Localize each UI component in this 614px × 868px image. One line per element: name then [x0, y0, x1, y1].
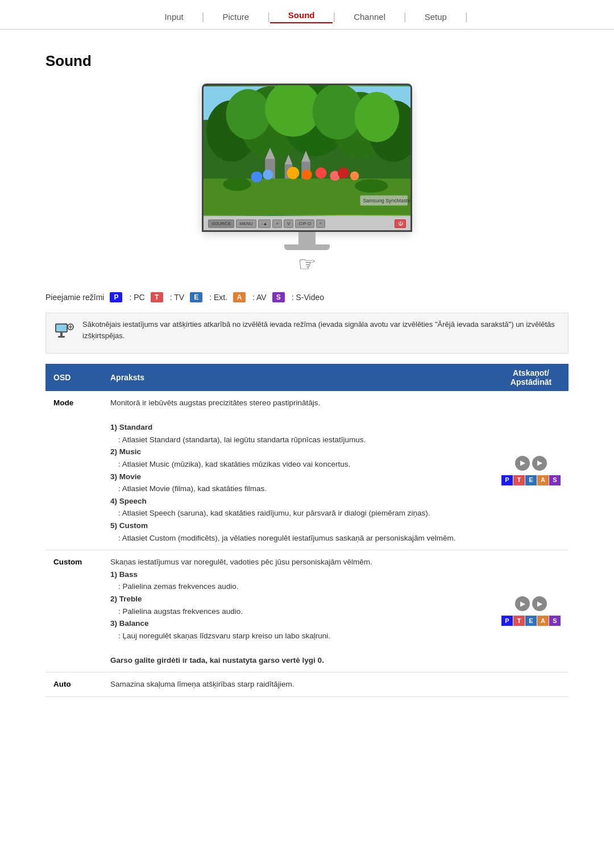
svg-rect-31: [56, 325, 67, 331]
svg-point-19: [263, 169, 273, 180]
pteas-a: A: [537, 475, 549, 485]
pteas-letters-mode: P T E A S: [501, 475, 561, 485]
osd-mode: Mode: [45, 391, 102, 550]
monitor-source-btn[interactable]: SOURCE: [208, 219, 234, 228]
play-icon-1: ▶: [515, 456, 530, 471]
custom-warning: Garso galite girdėti ir tada, kai nustat…: [110, 656, 324, 665]
table-header-row: OSD Apraksts Atskaņot/ Apstādināt: [45, 364, 569, 391]
nav-item-setup[interactable]: Setup: [406, 12, 465, 22]
monitor-plus-btn[interactable]: +: [272, 219, 282, 228]
table-row: Auto Samazina skaļuma līmeņa atšķirības …: [45, 672, 569, 697]
desc-auto: Samazina skaļuma līmeņa atšķirības starp…: [102, 672, 493, 697]
col-header-action: Atskaņot/ Apstādināt: [493, 364, 569, 391]
svg-point-18: [251, 171, 263, 182]
svg-point-25: [350, 171, 359, 180]
nav-label-setup[interactable]: Setup: [406, 12, 465, 22]
col-header-desc: Apraksts: [102, 364, 493, 391]
monitor-cpo-btn[interactable]: C/P:O: [295, 219, 314, 228]
features-table: OSD Apraksts Atskaņot/ Apstādināt Mode M…: [45, 364, 569, 697]
desc-mode: Monitorā ir iebūvēts augstas precizitāte…: [102, 391, 493, 550]
svg-point-27: [355, 179, 388, 193]
svg-point-20: [287, 167, 300, 180]
badge-tv-label: : TV: [170, 293, 184, 302]
badge-svideo: S: [272, 292, 285, 302]
garden-scene: Samsung SyncMaster: [204, 85, 410, 216]
badge-av-label: : AV: [252, 293, 267, 302]
monitor-frame: Samsung SyncMaster SOURCE MENU -▲ + V C/…: [202, 84, 412, 232]
pteas-t-custom: T: [513, 616, 525, 626]
top-navigation: Input | Picture | Sound | Channel | Setu…: [0, 0, 614, 30]
monitor-power-btn[interactable]: ⏻: [395, 219, 406, 228]
svg-rect-32: [60, 333, 63, 336]
nav-item-sound[interactable]: Sound: [270, 10, 333, 23]
stand-base: [284, 244, 330, 250]
pteas-s-custom: S: [549, 616, 561, 626]
source-line: Pieejamie režīmi P: PC T: TV E: Ext. A: …: [45, 292, 569, 302]
pteas-mode: ▶ ▶ P T E A S: [501, 456, 561, 485]
play-icon-2: ▶: [532, 456, 547, 471]
action-mode: ▶ ▶ P T E A S: [493, 391, 569, 550]
pteas-letters-custom: P T E A S: [501, 616, 561, 626]
svg-point-7: [226, 89, 271, 140]
svg-point-21: [302, 169, 312, 180]
osd-custom: Custom: [45, 550, 102, 672]
play-icons-custom: ▶ ▶: [515, 596, 547, 611]
svg-point-26: [223, 177, 251, 191]
badge-ext: E: [190, 292, 202, 302]
page-title: Sound: [45, 52, 569, 70]
svg-point-10: [355, 92, 400, 143]
stand-neck: [298, 232, 316, 244]
nav-item-picture[interactable]: Picture: [204, 12, 267, 22]
play-icon-custom-2: ▶: [532, 596, 547, 611]
play-icons-mode: ▶ ▶: [515, 456, 547, 471]
action-custom: ▶ ▶ P T E A S: [493, 550, 569, 672]
badge-tv: T: [151, 292, 163, 302]
badge-svideo-label: : S-Video: [292, 293, 324, 302]
pteas-s: S: [549, 475, 561, 485]
nav-item-channel[interactable]: Channel: [335, 12, 404, 22]
nav-item-input[interactable]: Input: [146, 12, 201, 22]
svg-point-22: [316, 168, 327, 179]
nav-label-sound[interactable]: Sound: [270, 10, 333, 23]
play-icon-custom-1: ▶: [515, 596, 530, 611]
hand-pointer-icon: ☞: [298, 252, 316, 276]
nav-label-picture[interactable]: Picture: [204, 12, 267, 22]
pteas-custom: ▶ ▶ P T E A S: [501, 596, 561, 626]
pteas-p-custom: P: [501, 616, 513, 626]
col-header-osd: OSD: [45, 364, 102, 391]
action-auto: [493, 672, 569, 697]
svg-rect-33: [58, 336, 65, 338]
svg-point-24: [338, 168, 349, 179]
monitor-stand: [202, 232, 412, 250]
info-box: Sākotnējais iestatījums var atšķirties a…: [45, 313, 569, 354]
badge-pc-label: : PC: [129, 293, 144, 302]
nav-label-input[interactable]: Input: [146, 12, 201, 22]
source-line-label: Pieejamie režīmi: [45, 293, 104, 302]
monitor-controls: SOURCE MENU -▲ + V C/P:O ^ ⏻: [204, 216, 410, 230]
pteas-e: E: [525, 475, 537, 485]
info-text: Sākotnējais iestatījums var atšķirties a…: [82, 319, 560, 341]
nav-separator-5: |: [465, 11, 468, 23]
monitor-illustration: Samsung SyncMaster SOURCE MENU -▲ + V C/…: [45, 84, 569, 276]
badge-ext-label: : Ext.: [209, 293, 227, 302]
info-icon: [54, 320, 74, 347]
monitor-up-btn[interactable]: ^: [316, 219, 325, 228]
badge-av: A: [233, 292, 246, 302]
monitor-minus-btn[interactable]: -▲: [258, 219, 271, 228]
speaker-icon: [54, 320, 74, 340]
monitor-menu-btn[interactable]: MENU: [236, 219, 256, 228]
badge-pc: P: [110, 292, 122, 302]
pteas-t: T: [513, 475, 525, 485]
pteas-e-custom: E: [525, 616, 537, 626]
desc-custom: Skaņas iestatījumus var noregulēt, vadot…: [102, 550, 493, 672]
table-row: Mode Monitorā ir iebūvēts augstas preciz…: [45, 391, 569, 550]
osd-auto: Auto: [45, 672, 102, 697]
nav-label-channel[interactable]: Channel: [335, 12, 404, 22]
main-content: Sound: [0, 30, 614, 720]
monitor-button-group: SOURCE MENU -▲ + V C/P:O ^: [208, 219, 325, 228]
table-row: Custom Skaņas iestatījumus var noregulēt…: [45, 550, 569, 672]
pteas-p: P: [501, 475, 513, 485]
monitor-v-btn[interactable]: V: [284, 219, 293, 228]
svg-text:Samsung SyncMaster: Samsung SyncMaster: [363, 198, 410, 203]
pteas-a-custom: A: [537, 616, 549, 626]
